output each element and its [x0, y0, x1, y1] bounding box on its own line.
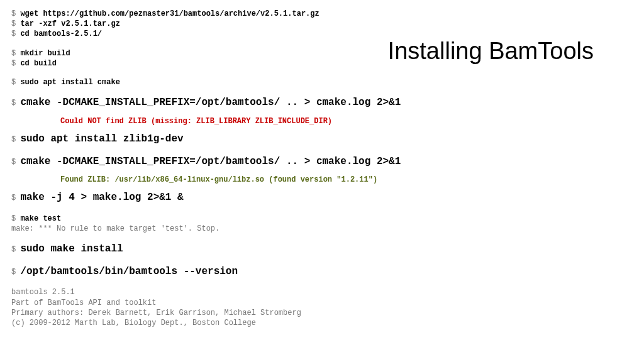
cmd-text: make test [20, 214, 61, 223]
cmd-text: mkdir build [20, 49, 70, 58]
prompt: $ [11, 19, 20, 28]
prompt: $ [11, 59, 20, 68]
cmd-text: cd build [20, 59, 57, 68]
cmd-text: wget https://github.com/pezmaster31/bamt… [20, 9, 319, 18]
cmd-text: make -j 4 > make.log 2>&1 & [20, 192, 183, 203]
cmd-text: /opt/bamtools/bin/bamtools --version [20, 266, 238, 277]
cmd-version: $ /opt/bamtools/bin/bamtools --version [11, 265, 633, 279]
cmd-make-test: $ make test [11, 214, 633, 224]
cmd-tar: $ tar -xzf v2.5.1.tar.gz [11, 19, 633, 29]
prompt: $ [11, 214, 20, 223]
version-output-line: Part of BamTools API and toolkit [11, 298, 633, 308]
cmd-make-install: $ sudo make install [11, 243, 633, 256]
prompt: $ [11, 30, 20, 38]
cmd-make: $ make -j 4 > make.log 2>&1 & [11, 191, 633, 205]
cmd-text: sudo make install [20, 243, 123, 255]
prompt: $ [11, 49, 20, 58]
success-zlib-found: Found ZLIB: /usr/lib/x86_64-linux-gnu/li… [11, 175, 633, 185]
version-output-line: bamtools 2.5.1 [11, 287, 633, 297]
prompt: $ [11, 194, 20, 202]
prompt: $ [11, 268, 20, 277]
cmd-text: tar -xzf v2.5.1.tar.gz [20, 19, 119, 28]
prompt: $ [11, 135, 20, 144]
cmd-text: cmake -DCMAKE_INSTALL_PREFIX=/opt/bamtoo… [20, 156, 401, 167]
cmd-text: cmake -DCMAKE_INSTALL_PREFIX=/opt/bamtoo… [20, 97, 401, 108]
cmd-cmake2: $ cmake -DCMAKE_INSTALL_PREFIX=/opt/bamt… [11, 155, 633, 169]
version-output-line: (c) 2009-2012 Marth Lab, Biology Dept., … [11, 318, 633, 328]
error-zlib-missing: Could NOT find ZLIB (missing: ZLIB_LIBRA… [11, 116, 633, 126]
prompt: $ [11, 78, 20, 87]
version-output-line: Primary authors: Derek Barnett, Erik Gar… [11, 308, 633, 318]
slide-title: Installing BamTools [388, 38, 594, 65]
make-test-output: make: *** No rule to make target 'test'.… [11, 224, 633, 234]
cmd-text: sudo apt install zlib1g-dev [20, 133, 183, 145]
prompt: $ [11, 158, 20, 167]
cmd-apt-cmake: $ sudo apt install cmake [11, 77, 633, 87]
prompt: $ [11, 9, 20, 18]
cmd-text: cd bamtools-2.5.1/ [20, 30, 102, 38]
prompt: $ [11, 245, 20, 254]
cmd-cmake1: $ cmake -DCMAKE_INSTALL_PREFIX=/opt/bamt… [11, 96, 633, 110]
cmd-text: sudo apt install cmake [20, 78, 119, 87]
cmd-wget: $ wget https://github.com/pezmaster31/ba… [11, 9, 633, 19]
prompt: $ [11, 99, 20, 107]
cmd-apt-zlib: $ sudo apt install zlib1g-dev [11, 133, 633, 146]
